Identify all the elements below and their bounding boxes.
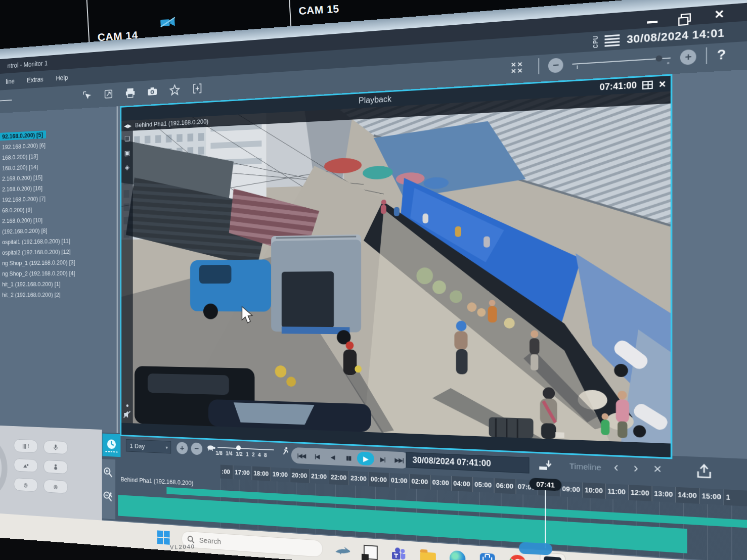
playback-close-button[interactable]: × bbox=[659, 78, 666, 90]
speed-slider-thumb[interactable] bbox=[236, 445, 241, 450]
zoom-in-button[interactable]: + bbox=[680, 49, 696, 65]
panel-size-slider[interactable] bbox=[0, 100, 12, 103]
ptz-person-button[interactable] bbox=[43, 460, 68, 474]
play-button[interactable]: ▶ bbox=[357, 451, 374, 465]
timeline-hour-label[interactable]: 01:00 bbox=[389, 473, 410, 489]
shark-app-button[interactable] bbox=[335, 541, 350, 558]
ptz-focus-far-button[interactable]: ◎ bbox=[43, 479, 68, 494]
step-back-button[interactable]: ◀ bbox=[325, 450, 340, 464]
zoom-slider[interactable] bbox=[573, 58, 671, 65]
ptz-joystick-dial[interactable]: ▶ bbox=[0, 432, 8, 503]
prev-frame-button[interactable]: |◀ bbox=[310, 449, 324, 463]
search-input[interactable] bbox=[198, 535, 304, 552]
timeline-hour-label[interactable]: 15:00 bbox=[700, 488, 724, 505]
playback-datetime-field[interactable]: 30/08/2024 07:41:00 bbox=[406, 452, 529, 474]
timeline-hour-label[interactable]: 10:00 bbox=[583, 483, 606, 499]
timeline-hour-label[interactable]: 11:00 bbox=[606, 484, 629, 500]
image-icon[interactable]: ▣ bbox=[124, 149, 130, 157]
task-view-button[interactable] bbox=[363, 543, 379, 560]
timeline-nav-button[interactable]: ‹ bbox=[614, 459, 619, 476]
timeline-nav-button[interactable]: × bbox=[653, 460, 662, 478]
timeline-hour-label[interactable]: 1 bbox=[724, 489, 747, 506]
timeline-hour-label[interactable]: 09:00 bbox=[560, 481, 583, 497]
timeline-hour-label[interactable]: 17:00 bbox=[233, 465, 252, 480]
audio-muted-icon[interactable] bbox=[123, 410, 131, 418]
snapshot-button[interactable] bbox=[146, 84, 159, 99]
camera-list-item[interactable]: hit_1 (192.168.0.200) [1] bbox=[0, 278, 117, 290]
search-person-icon bbox=[103, 490, 113, 502]
timeline-hour-label[interactable]: 20:00 bbox=[290, 468, 310, 483]
timeline-hour-label[interactable]: 19:00 bbox=[271, 467, 290, 482]
select-icon bbox=[82, 90, 92, 101]
timeline-nav-button[interactable]: › bbox=[634, 460, 638, 477]
add-view-button[interactable] bbox=[191, 81, 204, 97]
gem-icon[interactable]: ◈ bbox=[125, 163, 129, 171]
file-explorer-button[interactable] bbox=[420, 547, 436, 560]
minimize-button[interactable] bbox=[645, 12, 660, 26]
help-button[interactable]: ? bbox=[717, 46, 726, 63]
ptz-focus-near-button[interactable]: ◎ bbox=[14, 478, 37, 492]
zoom-out-button[interactable]: − bbox=[548, 58, 563, 73]
camera-list-item[interactable]: ng Shop_2 (192.168.0.200) [4] bbox=[0, 267, 117, 279]
timeline-hour-label[interactable]: 04:00 bbox=[452, 476, 473, 492]
close-button[interactable]: × bbox=[712, 7, 727, 21]
timeline-hour-label[interactable]: 02:00 bbox=[410, 474, 431, 490]
tile-layout-icon[interactable] bbox=[642, 80, 653, 89]
chrome-button[interactable] bbox=[509, 553, 527, 560]
restore-icon bbox=[680, 13, 690, 22]
timeline-hour-label[interactable]: 03:00 bbox=[431, 475, 452, 491]
camera-list-item[interactable]: hit_2 (192.168.0.200) [2] bbox=[0, 289, 117, 300]
edge-button[interactable] bbox=[449, 549, 466, 560]
divider bbox=[538, 58, 539, 74]
playback-current-time: 07:41:00 bbox=[600, 80, 637, 92]
grid-layout-icon[interactable]: ×××× bbox=[511, 61, 524, 74]
favorite-button[interactable] bbox=[168, 82, 182, 98]
taskbar-search[interactable] bbox=[182, 530, 323, 557]
search-recordings-button[interactable] bbox=[102, 463, 114, 483]
layers-icon[interactable]: ❏ bbox=[124, 134, 130, 143]
timeline-cursor-badge[interactable]: 07:41 bbox=[530, 478, 562, 491]
menu-item[interactable]: Extras bbox=[27, 75, 43, 84]
task-view-icon bbox=[364, 544, 378, 559]
playback-speed-control[interactable]: 1/81/41/21248 bbox=[206, 441, 289, 463]
range-zoom-in-button[interactable]: + bbox=[177, 442, 188, 454]
ptz-mic-button[interactable] bbox=[43, 440, 68, 454]
export-icon[interactable] bbox=[695, 463, 713, 480]
ptz-lights-button[interactable]: ||| ! bbox=[14, 439, 37, 453]
pause-button[interactable]: ▮▮ bbox=[341, 451, 356, 464]
download-export-icon[interactable] bbox=[538, 459, 553, 472]
timeline-hour-label[interactable]: 05:00 bbox=[473, 477, 494, 493]
select-button[interactable] bbox=[80, 88, 93, 103]
menu-item[interactable]: Help bbox=[56, 74, 68, 82]
next-frame-button[interactable]: ▶| bbox=[375, 452, 390, 466]
teams-button[interactable] bbox=[391, 545, 407, 560]
timeline-hour-label[interactable]: 18:00 bbox=[252, 466, 271, 481]
smart-search-button[interactable] bbox=[102, 486, 114, 506]
timeline-hour-label[interactable]: 22:00 bbox=[329, 470, 349, 485]
timeline-hour-label[interactable]: 14:00 bbox=[676, 487, 699, 504]
timeline-cursor-line[interactable] bbox=[545, 490, 546, 548]
time-mode-button[interactable] bbox=[102, 434, 120, 457]
timeline-hour-label[interactable]: 12:00 bbox=[629, 485, 652, 501]
start-button[interactable] bbox=[156, 529, 170, 546]
video-viewport[interactable]: ◀▶ Behind Pha1 (192.168.0.200) ❏ ▣ ◈ bbox=[121, 91, 671, 444]
fullscreen-button[interactable] bbox=[102, 86, 115, 102]
menu-item[interactable]: line bbox=[6, 77, 15, 85]
timeline-hour-label[interactable]: 13:00 bbox=[652, 486, 676, 502]
print-button[interactable] bbox=[124, 85, 137, 100]
timeline-hour-label[interactable]: :00 bbox=[221, 465, 234, 479]
timeline-hour-label[interactable]: 06:00 bbox=[495, 478, 516, 494]
jump-end-button[interactable]: ▶▶| bbox=[391, 453, 407, 467]
timeline-hour-label[interactable]: 00:00 bbox=[369, 472, 389, 487]
search-icon bbox=[187, 535, 194, 543]
timeline-hour-label[interactable]: 21:00 bbox=[310, 469, 329, 484]
camera-list-item[interactable]: ng Shop_1 (192.168.0.200) [3] bbox=[0, 256, 117, 268]
restore-button[interactable] bbox=[678, 9, 693, 24]
ptz-alarm-button[interactable] bbox=[14, 458, 37, 473]
jump-start-button[interactable]: |◀◀ bbox=[294, 449, 309, 462]
store-button[interactable] bbox=[479, 551, 496, 560]
range-zoom-out-button[interactable]: − bbox=[191, 442, 203, 455]
chrome-icon bbox=[509, 553, 527, 560]
time-range-select[interactable]: 1 Day ▾ bbox=[126, 439, 171, 454]
timeline-hour-label[interactable]: 23:00 bbox=[349, 471, 369, 486]
